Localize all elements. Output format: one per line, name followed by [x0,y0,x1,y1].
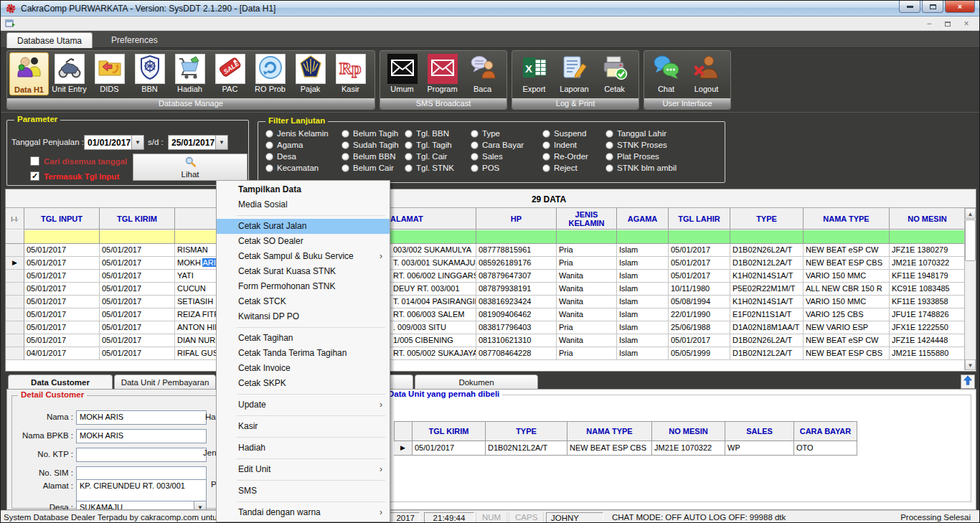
cell-tgl_input[interactable]: 04/01/2017 [24,347,100,360]
cell-hp[interactable]: 083816923424 [476,296,557,308]
radio-icon[interactable] [606,130,613,138]
cell-type[interactable]: D1B02N26L2A/T [730,244,804,257]
table-row[interactable]: 05/01/201705/01/2017ANTON HID. 009/003 S… [6,321,966,334]
table-row[interactable]: 04/01/201705/01/2017RIFAL GUSRT. 005/002… [6,347,966,360]
cell-agama[interactable]: Islam [617,296,669,308]
filter-option-tgl-bbn[interactable]: Tgl. BBN [405,129,471,138]
cell-hp[interactable]: 087778815961 [476,244,557,257]
tab-dokumen[interactable]: Dokumen [415,374,538,390]
cell-agama[interactable]: Islam [617,257,669,270]
cell-nama_type[interactable]: VARIO 125 CBS [804,308,890,321]
unit-cell-tgl-kirim[interactable]: 05/01/2017 [413,441,486,456]
radio-icon[interactable] [341,141,349,149]
checkbox-termasuk-tgl-input[interactable]: ✓ [30,171,39,181]
ribbon-button-umum[interactable]: Umum [382,52,422,94]
cell-tgl_input[interactable]: 05/01/2017 [24,321,100,334]
cell-tgl_input[interactable]: 05/01/2017 [24,270,100,283]
cell-agama[interactable]: Islam [617,270,669,283]
cell-no_mesin[interactable]: KF11E 1933858 [890,296,966,308]
radio-icon[interactable] [471,130,479,138]
ribbon-button-cetak[interactable]: Cetak [595,52,634,94]
cell-hp[interactable]: 081310621310 [476,334,557,347]
cell-tgl_kirim[interactable]: 05/01/2017 [100,257,175,270]
unit-column-header-tgl-kirim[interactable]: TGL KIRIM [413,421,486,441]
radio-icon[interactable] [606,141,613,149]
mdi-minimize-button[interactable]: − [923,17,935,30]
filter-option-tgl-stnk[interactable]: Tgl. STNK [405,164,471,172]
ribbon-button-baca[interactable]: Baca [463,52,502,94]
cell-tgl_kirim[interactable]: 05/01/2017 [100,334,175,347]
menu-item-cetak-tanda-terima-tagihan[interactable]: Cetak Tanda Terima Tagihan [217,346,390,361]
filter-option-stnk-proses[interactable]: STNK Proses [606,141,699,149]
cell-agama[interactable]: Islam [617,321,669,334]
radio-icon[interactable] [471,141,479,149]
lihat-button[interactable]: Lihat [133,154,248,181]
radio-icon[interactable] [265,164,273,172]
column-header-nama_type[interactable]: NAMA TYPE [804,208,890,230]
filter-option-agama[interactable]: Agama [265,141,341,149]
cell-agama[interactable]: Islam [617,347,669,360]
filter-option-stnk-blm-ambil[interactable]: STNK blm ambil [606,164,699,172]
cell-agama[interactable]: Islam [617,334,669,347]
cell-no_mesin[interactable]: JFX1E 1222550 [890,321,966,334]
filter-option-kecamatan[interactable]: Kecamatan [265,164,341,172]
filter-option-pos[interactable]: POS [471,164,542,172]
filter-cell-agama[interactable] [617,230,669,244]
chevron-down-icon[interactable]: ▼ [215,136,227,149]
ribbon-button-hadiah[interactable]: Hadiah [170,52,209,95]
column-header-agama[interactable]: AGAMA [617,208,669,230]
menu-item-form-permohonan-stnk[interactable]: Form Permohonan STNK [217,279,390,294]
vertical-scrollbar[interactable]: ▲ ▼ [964,208,976,370]
filter-option-jenis-kelamin[interactable]: Jenis Kelamin [265,129,341,138]
filter-option-cara-bayar[interactable]: Cara Bayar [471,141,542,149]
cell-nama_type[interactable]: NEW BEAT eSP CW [804,244,890,257]
cell-type[interactable]: K1H02N14S1A/T [730,270,804,283]
ribbon-button-bbn[interactable]: BBN [130,52,169,95]
tab-data-unit-pembayaran[interactable]: Data Unit / Pembayaran [114,374,216,390]
menu-item-cetak-skpk[interactable]: Cetak SKPK [217,376,390,391]
radio-icon[interactable] [542,164,550,172]
chevron-down-icon[interactable]: ▼ [131,136,143,149]
close-button[interactable]: × [945,1,975,13]
cell-type[interactable]: D1A02N18M1AA/T [730,321,804,334]
cell-agama[interactable]: Islam [617,308,669,321]
filter-option-sales[interactable]: Sales [471,152,542,161]
cell-no_mesin[interactable]: JM21E 1155880 [890,347,966,360]
cell-jenis_kelamin[interactable]: Wanita [557,296,617,308]
cell-no_mesin[interactable]: JFZ1E 1380279 [890,244,966,257]
field-input-nama-bpkb[interactable]: MOKH ARIS [76,429,207,443]
menu-item-cetak-surat-jalan[interactable]: Cetak Surat Jalan [217,219,390,234]
cell-tgl_kirim[interactable]: 05/01/2017 [100,244,175,257]
filter-cell-nama_type[interactable] [804,230,890,244]
cell-nama_type[interactable]: NEW BEAT eSP CW [804,334,890,347]
chevron-down-icon[interactable]: ▼ [194,501,206,510]
radio-icon[interactable] [405,141,413,149]
table-row[interactable]: 05/01/201705/01/2017CUCUNDEUY RT. 003/00… [6,283,966,296]
cell-tgl_lahir[interactable]: 05/01/2017 [669,270,730,283]
filter-cell-tgl_input[interactable] [24,230,100,244]
filter-cell-type[interactable] [730,230,804,244]
cell-type[interactable]: P5E02R22M1M/T [730,283,804,296]
ribbon-button-logout[interactable]: Logout [687,52,726,94]
radio-icon[interactable] [405,130,413,138]
cell-type[interactable]: E1F02N11S1A/T [730,308,804,321]
ribbon-button-kasir[interactable]: RpKasir [331,52,370,95]
desa-dropdown[interactable]: SUKAMAJU▼ [76,501,207,510]
radio-icon[interactable] [606,153,613,161]
menu-item-cetak-invoice[interactable]: Cetak Invoice [217,361,390,376]
filter-option-indent[interactable]: Indent [542,141,606,149]
unit-cell-no-mesin[interactable]: JM21E 1070322 [652,441,725,456]
cell-tgl_input[interactable]: 05/01/2017 [24,296,100,308]
filter-option-suspend[interactable]: Suspend [542,129,606,138]
cell-agama[interactable]: Islam [617,283,669,296]
menu-item-edit-unit[interactable]: Edit Unit› [217,462,390,477]
cell-tgl_kirim[interactable]: 05/01/2017 [100,283,175,296]
date-to-dropdown[interactable]: 25/01/2017 ▼ [168,135,228,150]
filter-option-belum-bbn[interactable]: Belum BBN [341,152,405,161]
scroll-up-icon[interactable]: ▲ [965,208,976,219]
cell-tgl_lahir[interactable]: 05/01/2017 [669,334,730,347]
menu-item-kasir[interactable]: Kasir [217,419,390,434]
checkbox-cari-disemua-tanggal[interactable] [30,156,39,166]
cell-tgl_kirim[interactable]: 05/01/2017 [100,308,175,321]
radio-icon[interactable] [471,153,479,161]
